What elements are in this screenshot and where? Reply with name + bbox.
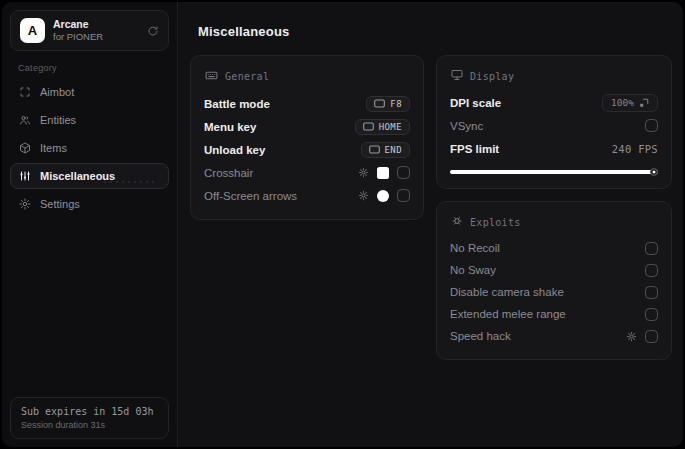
fps-limit-slider[interactable] — [450, 168, 658, 176]
page-title: Miscellaneous — [198, 24, 672, 39]
keybind-battle-mode[interactable]: F8 — [366, 96, 410, 112]
category-label: Category — [18, 63, 177, 73]
fps-limit-value: 240 FPS — [612, 143, 658, 155]
items-icon — [19, 142, 31, 154]
display-panel-title: Display — [470, 71, 514, 82]
gear-icon[interactable] — [358, 167, 369, 178]
brand-card: A Arcane for PIONER — [10, 10, 169, 51]
sidebar-item-label: Settings — [40, 198, 80, 210]
setting-row-dpi-scale: DPI scale 100% — [450, 91, 658, 114]
brand-text: Arcane for PIONER — [53, 18, 139, 43]
setting-row-vsync: VSync — [450, 114, 658, 137]
miscellaneous-icon — [19, 170, 31, 182]
setting-label: Speed hack — [450, 330, 511, 342]
bug-icon — [451, 215, 463, 229]
display-panel: Display DPI scale 100% VSync — [436, 55, 672, 189]
sidebar-item-aimbot[interactable]: Aimbot — [10, 79, 169, 105]
sidebar: A Arcane for PIONER Category Aimbot — [2, 2, 178, 447]
exploits-panel-title: Exploits — [470, 217, 521, 228]
app-window: A Arcane for PIONER Category Aimbot — [2, 2, 683, 447]
main-content: Miscellaneous General Battle mode — [178, 2, 683, 447]
aimbot-icon — [19, 86, 31, 98]
checkbox-vsync[interactable] — [645, 119, 658, 132]
session-duration-text: Session duration 31s — [21, 420, 158, 430]
slider-track[interactable] — [450, 170, 658, 174]
setting-label: DPI scale — [450, 97, 501, 109]
app-subtitle: for PIONER — [53, 31, 139, 43]
gear-icon[interactable] — [358, 190, 369, 201]
decorative-dots — [102, 179, 158, 185]
slider-thumb[interactable] — [650, 168, 658, 176]
setting-label: Extended melee range — [450, 308, 566, 320]
keybind-value: HOME — [379, 122, 402, 132]
sub-expiry-text: Sub expires in 15d 03h — [21, 406, 158, 417]
monitor-icon — [451, 69, 463, 83]
checkbox-disable-camera-shake[interactable] — [645, 286, 658, 299]
setting-row-no-sway: No Sway — [450, 259, 658, 281]
setting-label: Unload key — [204, 144, 265, 156]
keybind-value: F8 — [390, 99, 402, 109]
general-panel-title: General — [225, 71, 269, 82]
setting-label: FPS limit — [450, 143, 499, 155]
sidebar-item-miscellaneous[interactable]: Miscellaneous — [10, 163, 169, 189]
checkbox-speed-hack[interactable] — [645, 330, 658, 343]
setting-row-unload-key: Unload key END — [204, 138, 410, 161]
setting-row-disable-camera-shake: Disable camera shake — [450, 281, 658, 303]
setting-row-fps-limit: FPS limit 240 FPS — [450, 137, 658, 160]
color-swatch[interactable] — [377, 190, 389, 202]
setting-label: No Sway — [450, 264, 496, 276]
keybind-unload-key[interactable]: END — [361, 142, 410, 158]
exploits-panel-header: Exploits — [451, 215, 658, 229]
setting-row-extended-melee-range: Extended melee range — [450, 303, 658, 325]
dpi-scale-value: 100% — [611, 97, 634, 108]
checkbox-no-recoil[interactable] — [645, 242, 658, 255]
checkbox-offscreen-arrows[interactable] — [397, 189, 410, 202]
setting-label: Battle mode — [204, 98, 270, 110]
color-swatch[interactable] — [377, 167, 389, 179]
scale-icon — [639, 98, 649, 108]
keyboard-icon — [205, 69, 218, 84]
setting-label: Disable camera shake — [450, 286, 564, 298]
setting-row-offscreen-arrows: Off-Screen arrows — [204, 184, 410, 207]
entities-icon — [19, 114, 31, 126]
setting-label: Menu key — [204, 121, 256, 133]
sidebar-item-settings[interactable]: Settings — [10, 191, 169, 217]
setting-label: No Recoil — [450, 242, 500, 254]
display-panel-header: Display — [451, 69, 658, 83]
setting-row-crosshair: Crosshair — [204, 161, 410, 184]
setting-row-no-recoil: No Recoil — [450, 237, 658, 259]
general-panel-header: General — [205, 69, 410, 84]
app-title: Arcane — [53, 18, 139, 31]
setting-label: Crosshair — [204, 167, 253, 179]
sidebar-item-label: Aimbot — [40, 86, 74, 98]
app-logo: A — [20, 18, 45, 43]
setting-label: VSync — [450, 120, 483, 132]
keybind-value: END — [385, 145, 402, 155]
keybind-menu-key[interactable]: HOME — [355, 119, 410, 135]
sidebar-nav: Aimbot Entities Items — [2, 79, 177, 217]
dpi-scale-select[interactable]: 100% — [602, 94, 658, 112]
exploits-panel: Exploits No Recoil No Sway Disable camer… — [436, 201, 672, 360]
general-panel: General Battle mode F8 Menu key HO — [190, 55, 424, 220]
sync-icon[interactable] — [147, 25, 159, 37]
setting-row-battle-mode: Battle mode F8 — [204, 92, 410, 115]
setting-label: Off-Screen arrows — [204, 190, 297, 202]
subscription-card: Sub expires in 15d 03h Session duration … — [10, 397, 169, 439]
checkbox-extended-melee-range[interactable] — [645, 308, 658, 321]
sidebar-item-label: Items — [40, 142, 67, 154]
sidebar-item-entities[interactable]: Entities — [10, 107, 169, 133]
sidebar-item-label: Entities — [40, 114, 76, 126]
gear-icon — [19, 198, 31, 210]
checkbox-crosshair[interactable] — [397, 166, 410, 179]
setting-row-menu-key: Menu key HOME — [204, 115, 410, 138]
sidebar-item-items[interactable]: Items — [10, 135, 169, 161]
checkbox-no-sway[interactable] — [645, 264, 658, 277]
gear-icon[interactable] — [626, 331, 637, 342]
setting-row-speed-hack: Speed hack — [450, 325, 658, 347]
